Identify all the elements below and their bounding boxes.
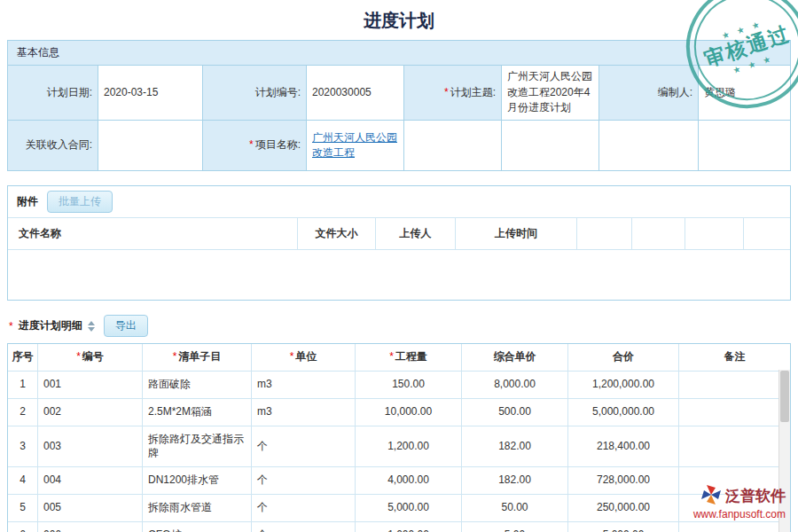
export-button[interactable]: 导出 — [104, 315, 148, 337]
batch-upload-button[interactable]: 批量上传 — [47, 191, 113, 213]
col-total-label: 合价 — [613, 350, 634, 364]
cell-unit: m3 — [252, 399, 356, 426]
cell-qty: 10,000.00 — [356, 399, 462, 426]
cell-item: DN1200排水管 — [143, 467, 252, 495]
col-unit-label: 单位 — [295, 350, 317, 364]
cell-code: 006 — [38, 522, 143, 532]
cell-price: 182.00 — [462, 467, 568, 495]
required-marker: * — [76, 350, 81, 364]
plan-no-value: 2020030005 — [307, 66, 404, 121]
cell-seq: 5 — [8, 495, 38, 522]
table-row[interactable]: 1 001 路面破除 m3 150.00 8,000.00 1,200,000.… — [8, 372, 790, 399]
cell-qty: 1,200.00 — [356, 426, 462, 467]
attachments-table-header: 文件名称 文件大小 上传人 上传时间 — [8, 217, 790, 250]
col-qty-label: 工程量 — [395, 350, 427, 364]
cell-total: 5,000.00 — [568, 522, 679, 532]
attachments-toolbar: 附件 批量上传 — [8, 186, 790, 217]
cell-total: 218,400.00 — [568, 426, 679, 467]
col-file-name: 文件名称 — [8, 218, 298, 249]
cell-item: 拆除雨水管道 — [143, 495, 252, 522]
project-name-link[interactable]: 广州天河人民公园改造工程 — [312, 130, 398, 161]
detail-header-row: 序号 *编号 *清单子目 *单位 *工程量 综合单价 合价 备注 — [8, 344, 790, 372]
col-empty — [577, 218, 632, 249]
cell-item: 2.5M*2M箱涵 — [143, 399, 252, 426]
plan-no-label-text: 计划编号: — [255, 85, 301, 100]
page: 进度计划 ★ ★ ★ 审核通过 ★ ★ ★ 基本信息 计划日期: 2020-03… — [0, 0, 798, 532]
plan-subject-label-text: 计划主题: — [450, 85, 496, 100]
cell-qty: 4,000.00 — [356, 467, 462, 495]
cell-code: 005 — [38, 495, 143, 522]
cell-total: 5,000,000.00 — [568, 399, 679, 426]
cell-price: 500.00 — [462, 399, 568, 426]
col-upload-time: 上传时间 — [456, 218, 577, 249]
project-name-label-text: 项目名称: — [255, 137, 301, 153]
table-row[interactable]: 3 003 拆除路灯及交通指示牌 个 1,200.00 182.00 218,4… — [8, 426, 790, 467]
detail-toolbar: * 进度计划明细 导出 — [7, 309, 791, 343]
cell-seq: 3 — [8, 426, 38, 467]
basic-info-section: 基本信息 计划日期: 2020-03-15 计划编号: 2020030005 *… — [7, 40, 791, 171]
table-row[interactable]: 4 004 DN1200排水管 个 4,000.00 182.00 728,00… — [8, 467, 790, 495]
plan-date-value: 2020-03-15 — [98, 66, 203, 121]
cell-total: 728,000.00 — [568, 467, 679, 495]
sort-icon[interactable] — [88, 321, 95, 332]
cell-remark — [679, 399, 790, 426]
creator-value: 黄思璐 — [699, 66, 790, 121]
required-marker: * — [290, 350, 294, 364]
plan-no-label: 计划编号: — [203, 66, 307, 121]
col-item-label: 清单子目 — [178, 350, 221, 364]
col-seq: 序号 — [8, 344, 38, 372]
table-row[interactable]: 2 002 2.5M*2M箱涵 m3 10,000.00 500.00 5,00… — [8, 399, 790, 426]
col-price: 综合单价 — [462, 344, 568, 372]
cell-unit: 个 — [252, 467, 356, 495]
col-seq-label: 序号 — [12, 350, 34, 364]
required-marker: * — [389, 350, 394, 364]
col-remark: 备注 — [679, 344, 790, 372]
col-remark-label: 备注 — [724, 350, 746, 364]
vendor-brand-row: 泛普软件 — [693, 485, 786, 507]
table-row[interactable]: 6 006 CFG桩 个 1,000.00 5.00 5,000.00 — [8, 522, 790, 532]
col-item: *清单子目 — [143, 344, 252, 372]
cell-code: 004 — [38, 467, 143, 495]
col-total: 合价 — [568, 344, 679, 372]
cell-item: 拆除路灯及交通指示牌 — [143, 426, 252, 467]
creator-label-text: 编制人: — [658, 85, 692, 100]
cell-qty: 150.00 — [356, 372, 462, 399]
col-empty — [744, 218, 790, 249]
project-name-cell: 广州天河人民公园改造工程 — [307, 121, 404, 170]
cell-total: 250,000.00 — [568, 495, 679, 522]
cell-seq: 4 — [8, 467, 38, 495]
related-contract-label: 关联收入合同: — [8, 121, 98, 170]
detail-title: 进度计划明细 — [19, 318, 82, 333]
cell-unit: m3 — [252, 372, 356, 399]
col-uploader: 上传人 — [376, 218, 456, 249]
project-name-label: *项目名称: — [203, 121, 307, 170]
cell-seq: 1 — [8, 372, 38, 399]
cell-seq: 2 — [8, 399, 38, 426]
cell-code: 003 — [38, 426, 143, 467]
cell-price: 50.00 — [462, 495, 568, 522]
scrollbar-thumb[interactable] — [780, 371, 789, 422]
related-contract-label-text: 关联收入合同: — [26, 137, 92, 153]
empty-cell — [404, 121, 502, 170]
table-row[interactable]: 5 005 拆除雨水管道 个 5,000.00 50.00 250,000.00 — [8, 495, 790, 522]
cell-remark — [679, 372, 790, 399]
col-unit: *单位 — [252, 344, 356, 372]
cell-remark — [679, 426, 790, 467]
cell-item: CFG桩 — [143, 522, 252, 532]
empty-cell — [599, 121, 699, 170]
basic-info-form: 计划日期: 2020-03-15 计划编号: 2020030005 *计划主题:… — [7, 65, 791, 171]
col-file-size: 文件大小 — [298, 218, 376, 249]
creator-label: 编制人: — [599, 66, 699, 121]
plan-subject-value: 广州天河人民公园改造工程2020年4月份进度计划 — [502, 66, 599, 121]
cell-code: 002 — [38, 399, 143, 426]
required-marker: * — [444, 85, 449, 100]
cell-code: 001 — [38, 372, 143, 399]
plan-date-label-text: 计划日期: — [47, 85, 92, 100]
page-title: 进度计划 — [0, 0, 798, 40]
col-code: *编号 — [38, 344, 143, 372]
related-contract-value — [98, 121, 203, 170]
plan-date-label: 计划日期: — [8, 66, 98, 121]
cell-qty: 1,000.00 — [356, 522, 462, 532]
cell-price: 182.00 — [462, 426, 568, 467]
basic-info-header: 基本信息 — [7, 40, 791, 65]
